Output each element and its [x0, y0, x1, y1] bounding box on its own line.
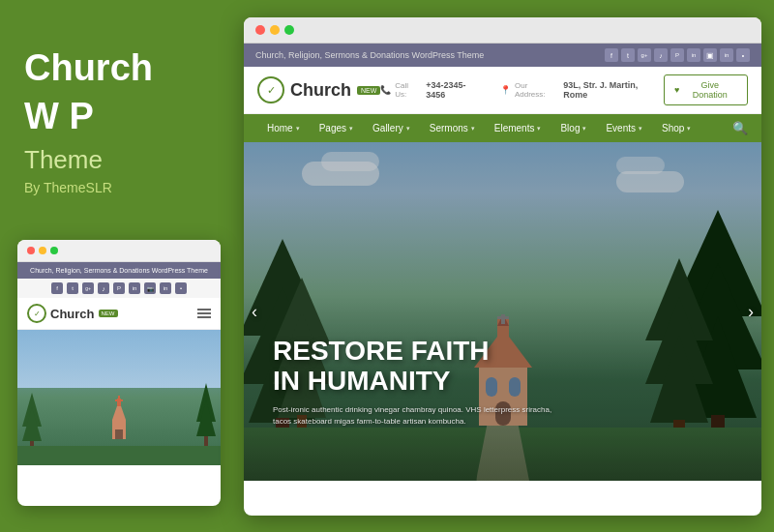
navigation-bar: Home ▾ Pages ▾ Gallery ▾ Sermons ▾ Eleme…	[244, 114, 761, 142]
nav-elements-arrow: ▾	[537, 125, 541, 133]
site-logo: ✓ Church NEW	[257, 76, 380, 103]
hero-title-line2: IN HUMANITY	[273, 367, 732, 397]
mobile-topbar-text: Church, Religion, Sermons & Donations Wo…	[30, 267, 208, 274]
social-extra1-icon[interactable]: in	[720, 48, 733, 62]
social-linkedin-icon[interactable]: in	[687, 48, 700, 62]
mobile-social-gplus: g+	[82, 282, 94, 294]
mobile-hero-sky	[17, 330, 221, 388]
theme-title-line1: Church	[24, 48, 216, 89]
nav-shop-arrow: ▾	[687, 125, 691, 133]
traffic-dot-green	[50, 247, 58, 254]
hero-subtitle: Post-ironic authentic drinking vinegar c…	[273, 404, 563, 428]
mobile-topbar: Church, Religion, Sermons & Donations Wo…	[17, 262, 221, 279]
mobile-logo: ✓ Church NEW	[27, 304, 118, 323]
browser-chrome	[244, 17, 761, 44]
mobile-social-music: ♪	[98, 282, 109, 294]
browser-topbar-text: Church, Religion, Sermons & Donations Wo…	[255, 50, 484, 60]
mobile-traffic-lights	[17, 240, 221, 262]
mobile-social-twitter: t	[67, 282, 78, 294]
theme-subtitle: Theme	[24, 145, 216, 175]
nav-pages-arrow: ▾	[349, 125, 353, 133]
nav-blog[interactable]: Blog ▾	[551, 114, 596, 142]
mobile-social-cam: 📷	[144, 282, 156, 294]
address-value: 93L, Str. J. Martin, Rome	[563, 80, 664, 100]
hero-content: RESTORE FAITH IN HUMANITY Post-ironic au…	[273, 337, 732, 428]
hero-section: RESTORE FAITH IN HUMANITY Post-ironic au…	[244, 142, 761, 481]
mobile-hamburger[interactable]	[197, 309, 211, 318]
mobile-social-extra2: •	[175, 282, 187, 294]
nav-sermons[interactable]: Sermons ▾	[420, 114, 485, 142]
browser-dot-yellow	[270, 25, 280, 35]
social-facebook-icon[interactable]: f	[605, 48, 618, 62]
nav-pages[interactable]: Pages ▾	[310, 114, 363, 142]
social-pin-icon[interactable]: P	[670, 48, 684, 62]
mobile-logo-circle: ✓	[27, 304, 46, 323]
donate-btn-label: Give Donation	[682, 80, 737, 100]
hero-arrow-right[interactable]: ›	[748, 302, 754, 322]
mobile-tree-right	[196, 383, 216, 451]
social-gplus-icon[interactable]: g+	[638, 48, 651, 62]
social-extra2-icon[interactable]: •	[736, 48, 750, 62]
nav-shop[interactable]: Shop ▾	[652, 114, 700, 142]
phone-label: Call Us:	[395, 81, 422, 99]
phone-value: +34-2345-3456	[426, 80, 485, 100]
contact-phone: 📞 Call Us: +34-2345-3456	[380, 80, 485, 100]
nav-home[interactable]: Home ▾	[257, 114, 310, 142]
contact-address: 📍 Our Address: 93L, Str. J. Martin, Rome	[500, 80, 664, 100]
social-icons-row: f t g+ ♪ P in ▣ in •	[605, 48, 750, 62]
nav-events[interactable]: Events ▾	[596, 114, 652, 142]
nav-blog-arrow: ▾	[582, 125, 586, 133]
hero-arrow-left[interactable]: ‹	[252, 302, 257, 322]
address-label: Our Address:	[515, 81, 559, 99]
browser-topbar: Church, Religion, Sermons & Donations Wo…	[244, 44, 761, 67]
nav-gallery[interactable]: Gallery ▾	[363, 114, 420, 142]
address-icon: 📍	[500, 85, 511, 95]
by-author: By ThemeSLR	[24, 180, 216, 195]
mobile-ground	[17, 446, 221, 465]
hamburger-line2	[197, 312, 211, 314]
mobile-church	[104, 396, 134, 448]
logo-name: Church	[290, 80, 351, 101]
hamburger-line1	[197, 309, 211, 310]
search-icon[interactable]: 🔍	[732, 121, 748, 135]
mobile-social-extra1: in	[160, 282, 171, 294]
hamburger-line3	[197, 316, 211, 318]
mobile-social-pin: P	[113, 282, 125, 294]
nav-home-arrow: ▾	[296, 125, 300, 133]
mobile-hero	[17, 330, 221, 465]
donate-button[interactable]: ♥ Give Donation	[664, 74, 748, 105]
browser-dot-red	[255, 25, 265, 35]
mobile-logo-text: Church	[50, 307, 95, 321]
browser-header: ✓ Church NEW 📞 Call Us: +34-2345-3456 📍 …	[244, 67, 761, 114]
traffic-dot-red	[27, 247, 35, 254]
mobile-tree-left	[22, 393, 42, 451]
header-contact: 📞 Call Us: +34-2345-3456 📍 Our Address: …	[380, 80, 664, 100]
traffic-dot-yellow	[39, 247, 46, 254]
phone-icon: 📞	[380, 85, 391, 95]
hero-title-line1: RESTORE FAITH	[273, 337, 732, 367]
browser-dot-green	[284, 25, 294, 35]
hero-overlay	[244, 142, 761, 481]
nav-events-arrow: ▾	[639, 125, 642, 133]
hero-title: RESTORE FAITH IN HUMANITY	[273, 337, 732, 397]
theme-title-line2: W P	[24, 97, 216, 137]
social-music-icon[interactable]: ♪	[654, 48, 668, 62]
heart-icon: ♥	[674, 85, 679, 95]
browser-window: Church, Religion, Sermons & Donations Wo…	[244, 17, 761, 516]
svg-rect-11	[115, 429, 123, 439]
nav-elements[interactable]: Elements ▾	[485, 114, 551, 142]
mobile-social-facebook: f	[51, 282, 63, 294]
social-cam-icon[interactable]: ▣	[703, 48, 717, 62]
nav-gallery-arrow: ▾	[406, 125, 410, 133]
logo-badge: NEW	[357, 86, 380, 95]
mobile-preview: Church, Religion, Sermons & Donations Wo…	[17, 240, 221, 506]
left-panel: Church W P Theme By ThemeSLR Church, Rel…	[0, 0, 240, 532]
mobile-social-linkedin: in	[129, 282, 140, 294]
mobile-social-bar: f t g+ ♪ P in 📷 in •	[17, 279, 221, 298]
mobile-logo-badge: NEW	[99, 310, 118, 317]
social-twitter-icon[interactable]: t	[621, 48, 635, 62]
logo-circle: ✓	[257, 76, 284, 103]
nav-items: Home ▾ Pages ▾ Gallery ▾ Sermons ▾ Eleme…	[257, 114, 700, 142]
mobile-header: ✓ Church NEW	[17, 298, 221, 330]
svg-rect-10	[115, 399, 123, 401]
